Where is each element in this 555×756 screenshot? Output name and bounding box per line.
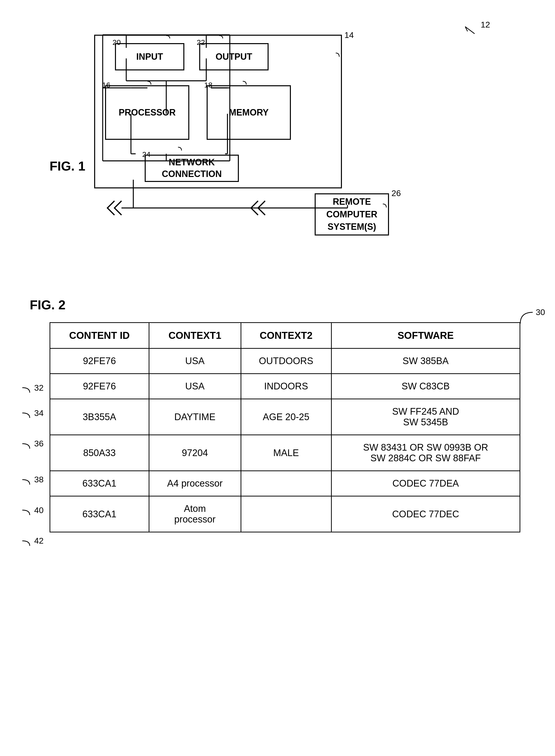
table-row: 3B355ADAYTIMEAGE 20-25SW FF245 ANDSW 534…	[50, 399, 520, 435]
network-label-2: CONNECTION	[162, 168, 222, 180]
fig2-section: FIG. 2 30 CONTENT ID CONTEXT1 CONTEXT2 S…	[30, 297, 525, 533]
cell-software: SW FF245 ANDSW 5345B	[331, 399, 520, 435]
cell-context2	[241, 471, 331, 496]
cell-context2	[241, 496, 331, 532]
cell-software: CODEC 77DEA	[331, 471, 520, 496]
ref-12: 12	[481, 20, 490, 30]
remote-box-26: REMOTE COMPUTER SYSTEM(S)	[315, 193, 389, 236]
table-row: 633CA1AtomprocessorCODEC 77DEC	[50, 496, 520, 532]
memory-box-18: MEMORY	[207, 85, 291, 140]
row-ref-38: 38	[17, 473, 44, 486]
network-label-1: NETWORK	[169, 157, 215, 168]
fig2-table-wrapper: 30 CONTENT ID CONTEXT1 CONTEXT2 SOFTWARE…	[50, 322, 525, 533]
memory-label: MEMORY	[229, 107, 269, 118]
svg-line-0	[465, 27, 475, 34]
cell-software: SW 385BA	[331, 348, 520, 374]
svg-line-1	[465, 27, 468, 32]
header-context1: CONTEXT1	[149, 323, 241, 348]
ref-24: 24	[142, 150, 151, 159]
table-row: 92FE76USAOUTDOORSSW 385BA	[50, 348, 520, 374]
row-ref-36: 36	[17, 437, 44, 450]
table-row: 633CA1A4 processorCODEC 77DEA	[50, 471, 520, 496]
table-header-row: CONTENT ID CONTEXT1 CONTEXT2 SOFTWARE	[50, 323, 520, 348]
cell-context1: Atomprocessor	[149, 496, 241, 532]
cell-context1: USA	[149, 374, 241, 399]
input-box-20: INPUT	[115, 43, 184, 71]
cell-context1: A4 processor	[149, 471, 241, 496]
cell-context2: AGE 20-25	[241, 399, 331, 435]
row-ref-34: 34	[17, 407, 44, 419]
cell-context2: MALE	[241, 435, 331, 471]
processor-box-16: PROCESSOR	[105, 85, 189, 140]
input-label: INPUT	[136, 51, 163, 62]
system-box-14: INPUT OUTPUT PROCESSOR MEMORY NETWORK CO…	[94, 35, 342, 188]
table-row: 850A3397204MALESW 83431 OR SW 0993B ORSW…	[50, 435, 520, 471]
remote-label-1: REMOTE	[326, 196, 377, 208]
cell-software: SW C83CB	[331, 374, 520, 399]
cell-content_id: 92FE76	[50, 348, 149, 374]
ref-18: 18	[204, 81, 212, 89]
ref-16: 16	[102, 81, 110, 89]
fig2-label: FIG. 2	[30, 297, 525, 312]
cell-content_id: 633CA1	[50, 496, 149, 532]
fig1-diagram: 12 INPUT OUTPUT PROCESSOR MEMORY NETWORK…	[30, 15, 501, 250]
cell-content_id: 850A33	[50, 435, 149, 471]
ref-30: 30	[536, 307, 545, 317]
cell-context1: USA	[149, 348, 241, 374]
row-ref-32: 32	[17, 381, 44, 394]
fig2-table: CONTENT ID CONTEXT1 CONTEXT2 SOFTWARE 92…	[50, 322, 520, 533]
network-box-24: NETWORK CONNECTION	[145, 155, 239, 182]
header-context2: CONTEXT2	[241, 323, 331, 348]
cell-content_id: 92FE76	[50, 374, 149, 399]
output-box-22: OUTPUT	[199, 43, 268, 71]
processor-label: PROCESSOR	[119, 107, 176, 118]
cell-content_id: 3B355A	[50, 399, 149, 435]
ref-26: 26	[391, 188, 401, 198]
cell-context1: DAYTIME	[149, 399, 241, 435]
row-ref-40: 40	[17, 504, 44, 516]
row-ref-42: 42	[17, 535, 44, 547]
header-content-id: CONTENT ID	[50, 323, 149, 348]
fig1-label: FIG. 1	[50, 159, 85, 173]
cell-content_id: 633CA1	[50, 471, 149, 496]
output-label: OUTPUT	[216, 51, 252, 62]
cell-context1: 97204	[149, 435, 241, 471]
ref-14: 14	[344, 30, 354, 40]
remote-label-2: COMPUTER	[326, 208, 377, 221]
cell-context2: INDOORS	[241, 374, 331, 399]
header-software: SOFTWARE	[331, 323, 520, 348]
ref-20: 20	[113, 38, 121, 47]
cell-software: SW 83431 OR SW 0993B ORSW 2884C OR SW 88…	[331, 435, 520, 471]
remote-label-3: SYSTEM(S)	[326, 221, 377, 233]
cell-context2: OUTDOORS	[241, 348, 331, 374]
table-row: 92FE76USAINDOORSSW C83CB	[50, 374, 520, 399]
ref-22: 22	[197, 38, 205, 47]
cell-software: CODEC 77DEC	[331, 496, 520, 532]
